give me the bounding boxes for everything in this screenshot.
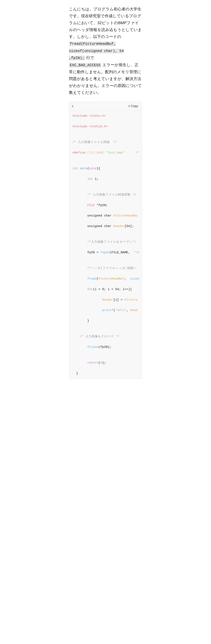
code-line: /* 入力画像をクローズ */: [72, 334, 139, 339]
copy-icon: ⎘: [128, 104, 130, 108]
code-line: }: [72, 318, 139, 324]
code-line: fread(PictureHeadBuf, sizeo: [72, 276, 139, 282]
question-text: こんにちは。プログラム初心者の大学生です。現在研究室で作成しているプログラムにお…: [69, 6, 142, 96]
code-line: int main(void){: [72, 166, 139, 171]
code-line: /* 入力画像ファイル関連 */: [72, 140, 139, 145]
code-language-label: c: [72, 104, 73, 108]
code-line: /*ヘッダ(ファイルヘッダ,情報ヘ: [72, 266, 139, 271]
code-line: /* 入力画像ファイル関連変数 */: [72, 192, 139, 198]
code-line: return(0);: [72, 360, 139, 366]
inline-code-exc: EXC_BAD_ACCESS: [69, 63, 101, 68]
code-line: int i;: [72, 176, 139, 182]
code-line: printf("%d\n", Head: [72, 308, 139, 313]
copy-label: Copy: [131, 104, 138, 108]
code-line: unsigned char Header[54];: [72, 224, 139, 229]
code-line: #include <stdlib.h>: [72, 124, 139, 129]
code-content: #include <stdio.h> #include <stdlib.h> /…: [69, 110, 142, 379]
copy-button[interactable]: ⎘ Copy: [127, 104, 139, 108]
code-line: unsigned char PictureHeadBu: [72, 213, 139, 218]
code-block: c ⎘ Copy #include <stdio.h> #include <st…: [69, 102, 142, 379]
code-line: Header[i] = Picture: [72, 297, 139, 302]
code-line: /*入力画像ファイルをオープン*/: [72, 240, 139, 244]
inline-code-fread: fread(PictureHeadBuf, sizeof(unsigned ch…: [69, 42, 124, 60]
code-block-header: c ⎘ Copy: [69, 102, 142, 110]
code-line: #define FILE_NAME "test.bmp" /*: [72, 150, 139, 156]
code-line: }: [72, 371, 139, 376]
code-line: fclose(fpIN);: [72, 344, 139, 350]
code-line: fpIN = fopen(FILE_NAME, "rb: [72, 250, 139, 255]
code-line: for(i = 0; i < 54; i++){: [72, 287, 139, 292]
code-line: #include <stdio.h>: [72, 113, 139, 118]
code-line: FILE *fpIN;: [72, 203, 139, 208]
